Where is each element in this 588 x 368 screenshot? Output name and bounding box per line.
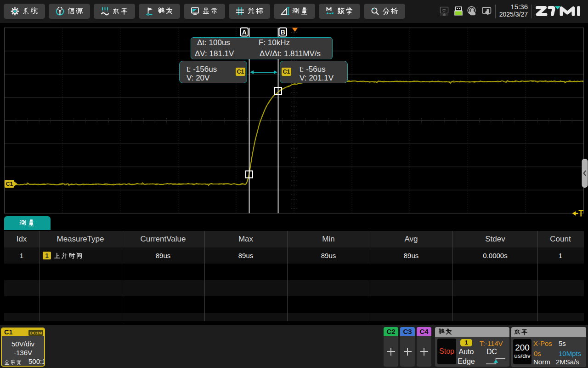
svg-text:A: A bbox=[242, 29, 247, 36]
svg-text:B: B bbox=[281, 29, 285, 36]
svg-text:C1: C1 bbox=[6, 181, 13, 187]
